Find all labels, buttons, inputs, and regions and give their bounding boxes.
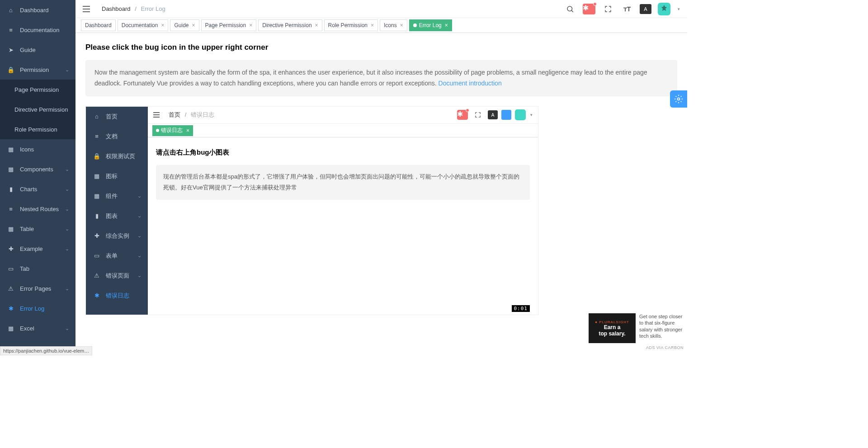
chevron-down-icon: ⌄ (65, 186, 69, 192)
tab-error-log[interactable]: Error Log× (409, 19, 452, 31)
topbar: Dashboard / Error Log ✱ ᴛT A ▾ (75, 0, 687, 18)
hamburger-toggle[interactable] (83, 4, 94, 14)
demo-sidebar-label: 综合实例 (106, 232, 129, 240)
close-icon[interactable]: × (161, 20, 164, 31)
topbar-right: ✱ ᴛT A ▾ (564, 3, 680, 15)
tab-icons[interactable]: Icons× (380, 19, 407, 31)
demo-sidebar-item: ⚠错误页面⌄ (86, 266, 148, 286)
demo-tabs-row: 错误日志× (148, 124, 538, 137)
close-icon[interactable]: × (400, 20, 403, 31)
settings-float-button[interactable] (670, 90, 687, 108)
sidebar-item-label: Page Permission (14, 86, 59, 93)
main-area: Dashboard / Error Log ✱ ᴛT A ▾ Dashboard… (75, 0, 687, 355)
tab-directive-permission[interactable]: Directive Permission× (258, 19, 322, 31)
doc-icon: ≡ (7, 27, 14, 33)
sidebar-item-error-log[interactable]: ✱Error Log (0, 298, 75, 318)
tab-label: Directive Permission (262, 20, 311, 31)
demo-sidebar-item: ▦组件⌄ (86, 186, 148, 206)
sidebar-item-label: Example (20, 245, 43, 252)
fullscreen-icon[interactable] (602, 3, 614, 15)
sidebar-item-icons[interactable]: ▦Icons (0, 139, 75, 159)
demo-sidebar-item: 🔒权限测试页 (86, 146, 148, 166)
breadcrumb-root[interactable]: Dashboard (102, 5, 131, 12)
ad-attribution[interactable]: ADS VIA CARBON (646, 345, 684, 350)
sidebar-item-label: Charts (20, 186, 37, 193)
sidebar-item-tab[interactable]: ▭Tab (0, 259, 75, 278)
sidebar-item-role-permission[interactable]: Role Permission (0, 119, 75, 139)
sidebar-item-charts[interactable]: ▮Charts⌄ (0, 179, 75, 199)
ad-image: ● PLURALSIGHT Earn a top salary. (589, 313, 636, 343)
svg-point-2 (678, 98, 680, 100)
sidebar-item-label: Icons (20, 146, 34, 153)
sidebar-item-dashboard[interactable]: ⌂Dashboard (0, 0, 75, 20)
demo-blue-button (501, 110, 511, 120)
tab-label: Dashboard (85, 20, 112, 31)
sidebar-item-guide[interactable]: ➤Guide (0, 40, 75, 60)
demo-sidebar-label: 权限测试页 (106, 152, 135, 160)
demo-sidebar: ⌂首页 ≡文档 🔒权限测试页 ▦图标 ▦组件⌄ ▮图表⌄ ✚综合实例⌄ ▭表单⌄… (86, 107, 148, 315)
sidebar-item-label: Table (20, 226, 34, 232)
demo-breadcrumb-current: 错误日志 (191, 111, 214, 118)
sidebar-item-example[interactable]: ✚Example⌄ (0, 239, 75, 259)
font-size-icon[interactable]: ᴛT (621, 3, 633, 15)
close-icon[interactable]: × (249, 20, 252, 31)
demo-font-a-icon: A (488, 110, 498, 119)
sidebar-item-excel[interactable]: ▦Excel⌄ (0, 318, 75, 338)
ad-banner[interactable]: ● PLURALSIGHT Earn a top salary. Get one… (589, 313, 684, 343)
info-box: Now the management system are basically … (85, 60, 677, 96)
close-icon[interactable]: × (371, 20, 374, 31)
tab-guide[interactable]: Guide× (170, 19, 199, 31)
chevron-down-icon: ⌄ (65, 286, 69, 292)
sidebar-item-components[interactable]: ▦Components⌄ (0, 159, 75, 179)
ad-text: Get one step closer to that six-figure s… (639, 313, 684, 343)
search-icon[interactable] (564, 3, 576, 15)
demo-info-box: 现在的管理后台基本都是spa的形式了，它增强了用户体验，但同时也会增加页面出问题… (156, 165, 530, 200)
svg-line-1 (571, 10, 573, 12)
excel-icon: ▦ (7, 325, 14, 332)
tab-role-permission[interactable]: Role Permission× (324, 19, 378, 31)
demo-sidebar-label: 图标 (106, 172, 118, 180)
tab-dashboard[interactable]: Dashboard (81, 19, 116, 31)
page-content: Please click the bug icon in the upper r… (75, 33, 687, 315)
sidebar-item-label: Components (20, 166, 53, 173)
sidebar-item-label: Error Pages (20, 285, 51, 292)
demo-sidebar-item: ▮图表⌄ (86, 206, 148, 226)
status-bar: https://panjiachen.github.io/vue-elem… (0, 346, 92, 355)
sidebar-item-directive-permission[interactable]: Directive Permission (0, 99, 75, 119)
demo-sidebar-label: 表单 (106, 252, 118, 260)
tab-documentation[interactable]: Documentation× (118, 19, 169, 31)
sidebar-item-label: Role Permission (14, 126, 57, 133)
lock-icon: 🔒 (7, 66, 14, 73)
doc-intro-link[interactable]: Document introduction (439, 80, 502, 87)
sidebar-item-page-permission[interactable]: Page Permission (0, 80, 75, 99)
sidebar-item-label: Nested Routes (20, 206, 59, 212)
demo-timer: 0:01 (512, 305, 530, 312)
caret-down-icon[interactable]: ▾ (678, 7, 680, 11)
sidebar-item-label: Tab (20, 265, 29, 272)
demo-fullscreen-icon (472, 108, 484, 121)
demo-sidebar-label: 错误日志 (106, 292, 129, 300)
close-icon[interactable]: × (445, 20, 448, 31)
info-text: Now the management system are basically … (94, 69, 647, 87)
demo-sidebar-label: 错误页面 (106, 272, 129, 280)
close-icon[interactable]: × (315, 20, 318, 31)
sidebar-item-nested-routes[interactable]: ≡Nested Routes⌄ (0, 199, 75, 219)
avatar[interactable] (658, 3, 670, 15)
demo-sidebar-label: 图表 (106, 212, 118, 220)
demo-sidebar-label: 首页 (106, 113, 118, 121)
components-icon: ▦ (7, 166, 14, 173)
error-icon: ⚠ (7, 285, 14, 292)
bug-button[interactable]: ✱ (583, 4, 595, 14)
chevron-down-icon: ⌄ (65, 246, 69, 252)
tab-page-permission[interactable]: Page Permission× (201, 19, 257, 31)
sidebar-item-documentation[interactable]: ≡Documentation (0, 20, 75, 40)
sidebar-item-error-pages[interactable]: ⚠Error Pages⌄ (0, 278, 75, 298)
dashboard-icon: ⌂ (7, 7, 14, 14)
close-icon[interactable]: × (192, 20, 195, 31)
chevron-down-icon: ⌄ (65, 325, 69, 331)
sidebar-item-permission[interactable]: 🔒Permission⌄ (0, 60, 75, 80)
font-a-button[interactable]: A (640, 4, 651, 14)
demo-caret-icon: ▾ (530, 113, 533, 117)
example-icon: ✚ (7, 245, 14, 252)
sidebar-item-table[interactable]: ▦Table⌄ (0, 219, 75, 239)
